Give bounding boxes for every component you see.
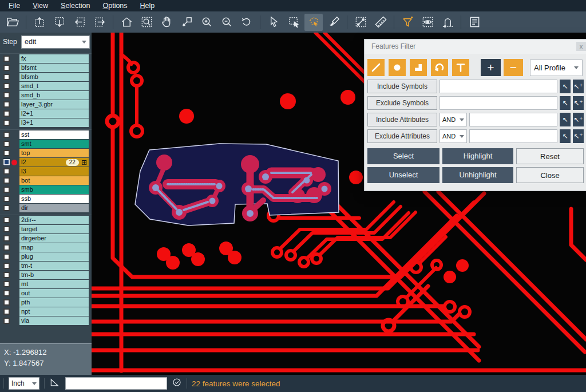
pan-up-icon[interactable] (30, 14, 49, 31)
layer-row-pth[interactable]: pth (0, 298, 92, 307)
layer-name[interactable]: smd_b (19, 91, 89, 100)
layer-row-bot[interactable]: bot (0, 176, 92, 185)
zoom-out-icon[interactable] (217, 14, 236, 31)
polygon-select-icon[interactable] (304, 14, 323, 31)
layer-row-fx[interactable]: fx (0, 54, 92, 63)
layer-name[interactable]: npt (19, 307, 89, 316)
zoom-selection-icon[interactable] (177, 14, 196, 31)
grid-icon[interactable]: ⊞ (81, 159, 87, 166)
layer-row-top[interactable]: top (0, 149, 92, 157)
arc-features-button[interactable] (431, 59, 448, 76)
layer-visibility-checkbox[interactable] (3, 132, 10, 138)
layer-visibility-checkbox[interactable] (3, 92, 10, 98)
open-folder-icon[interactable] (3, 14, 22, 31)
layer-visibility-checkbox[interactable] (3, 254, 10, 260)
layer-row-smd-t[interactable]: smd_t (0, 82, 92, 90)
layer-name[interactable]: 2dir-- (19, 216, 89, 224)
zoom-previous-icon[interactable] (237, 14, 256, 31)
pick-add-from-canvas-button[interactable]: ↖⁺ (573, 80, 584, 93)
surface-features-button[interactable] (410, 59, 427, 76)
include-attributes-button[interactable]: Include Attributes (367, 113, 437, 126)
close-icon[interactable]: x (576, 42, 586, 51)
layer-name[interactable]: mt (19, 280, 89, 288)
layer-row-l3[interactable]: l3 (0, 167, 92, 176)
layer-row-l3-1[interactable]: l3+1 (0, 118, 92, 127)
layer-row-map[interactable]: map (0, 243, 92, 252)
select-arrow-icon[interactable] (264, 14, 283, 31)
features-filter-icon[interactable] (398, 14, 417, 31)
layer-row-l2-1[interactable]: l2+1 (0, 109, 92, 118)
layer-name[interactable]: bfsmb (19, 73, 89, 81)
layer-row-sst[interactable]: sst (0, 130, 92, 139)
exclude-symbols-button[interactable]: Exclude Symbols (367, 96, 437, 110)
layer-visibility-checkbox[interactable] (3, 196, 10, 202)
layer-row-tm-t[interactable]: tm-t (0, 262, 92, 270)
layer-name[interactable]: map (19, 243, 89, 252)
layer-visibility-checkbox[interactable] (3, 318, 10, 324)
pick-from-canvas-button[interactable]: ↖ (560, 129, 571, 143)
layer-row-npt[interactable]: npt (0, 307, 92, 316)
layer-row-mt[interactable]: mt (0, 280, 92, 288)
menu-options[interactable]: Options (96, 1, 133, 11)
layer-visibility-checkbox[interactable] (3, 150, 10, 156)
pad-features-button[interactable] (389, 59, 406, 76)
layer-name[interactable]: via (19, 316, 89, 325)
rectangle-select-icon[interactable] (284, 14, 303, 31)
layer-row-smd-b[interactable]: smd_b (0, 91, 92, 100)
pick-from-canvas-button[interactable]: ↖ (560, 80, 571, 93)
pan-left-icon[interactable] (70, 14, 89, 31)
layer-row-layer-3-gbr[interactable]: layer_3.gbr (0, 100, 92, 109)
refresh-icon[interactable] (172, 377, 182, 390)
brush-icon[interactable] (324, 14, 343, 31)
layer-name[interactable]: l222⊞ (19, 158, 89, 167)
layer-visibility-checkbox[interactable] (3, 244, 10, 251)
layer-name[interactable]: smd_t (19, 82, 89, 90)
layer-name[interactable]: tm-b (19, 271, 89, 279)
menu-view[interactable]: View (26, 1, 54, 11)
measure-corner-icon[interactable] (49, 377, 61, 390)
unselect-button[interactable]: Unselect (367, 167, 440, 183)
layer-visibility-checkbox[interactable] (3, 159, 10, 165)
layer-name[interactable]: l3+1 (19, 118, 89, 127)
view-options-icon[interactable] (418, 14, 437, 31)
layer-name[interactable]: pth (19, 298, 89, 307)
zoom-window-icon[interactable] (137, 14, 156, 31)
layer-visibility-checkbox[interactable] (3, 101, 10, 108)
select-button[interactable]: Select (367, 148, 440, 164)
layer-visibility-checkbox[interactable] (3, 120, 10, 126)
home-view-icon[interactable] (117, 14, 136, 31)
layer-row-bfsmb[interactable]: bfsmb (0, 73, 92, 81)
close-button[interactable]: Close (516, 167, 584, 183)
exclude-attributes-button[interactable]: Exclude Attributes (367, 129, 437, 143)
pick-add-from-canvas-button[interactable]: ↖⁺ (573, 113, 584, 126)
layer-visibility-checkbox[interactable] (3, 272, 10, 278)
layer-name[interactable]: tm-t (19, 262, 89, 270)
zoom-in-icon[interactable] (197, 14, 216, 31)
reset-button[interactable]: Reset (516, 148, 584, 164)
layer-row-bfsmt[interactable]: bfsmt (0, 64, 92, 72)
layer-visibility-checkbox[interactable] (3, 281, 10, 287)
layer-name[interactable]: top (19, 149, 89, 157)
operator-dropdown[interactable]: AND (440, 113, 467, 126)
layer-visibility-checkbox[interactable] (3, 290, 10, 296)
layer-name[interactable]: l2+1 (19, 109, 89, 118)
include-attributes-input[interactable] (469, 113, 557, 126)
layer-name[interactable]: dirgerber (19, 234, 89, 243)
layer-row-plug[interactable]: plug (0, 252, 92, 261)
line-features-button[interactable] (367, 59, 385, 76)
menu-help[interactable]: Help (134, 1, 161, 11)
pick-from-canvas-button[interactable]: ↖ (560, 96, 571, 110)
layer-name[interactable]: dir (19, 204, 89, 212)
layer-row-smb[interactable]: smb (0, 185, 92, 194)
layer-visibility-checkbox[interactable] (3, 235, 10, 241)
layer-name[interactable]: bot (19, 176, 89, 185)
layer-visibility-checkbox[interactable] (3, 299, 10, 306)
profile-dropdown[interactable]: All Profile (530, 60, 583, 76)
layer-name[interactable]: l3 (19, 167, 89, 176)
menu-file[interactable]: File (2, 1, 26, 11)
layer-name[interactable]: smt (19, 140, 89, 148)
layer-row-via[interactable]: via (0, 316, 92, 325)
layer-visibility-checkbox[interactable] (3, 65, 10, 71)
layer-row-l2[interactable]: l222⊞ (0, 158, 92, 167)
add-filter-button[interactable]: + (481, 59, 501, 76)
